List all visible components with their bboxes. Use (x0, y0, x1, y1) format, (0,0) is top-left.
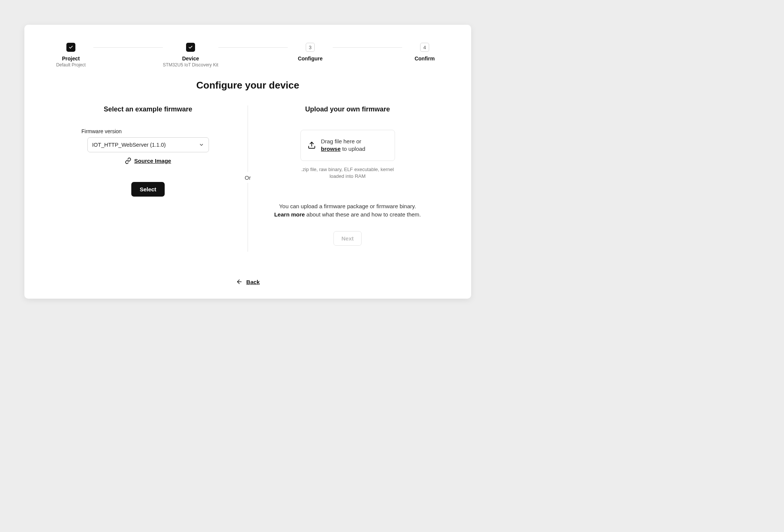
select-firmware-heading: Select an example firmware (104, 105, 192, 113)
step-connector (333, 47, 402, 48)
firmware-version-value: IOT_HTTP_WebServer (1.1.0) (92, 142, 166, 148)
upload-description: You can upload a firmware package or fir… (271, 202, 424, 219)
source-image-link[interactable]: Source Image (125, 158, 171, 164)
step-connector (218, 47, 288, 48)
dropzone-text: Drag file here or browse to upload (321, 138, 365, 153)
step-label: Configure (298, 56, 323, 62)
step-number: 3 (306, 43, 315, 52)
upload-dropzone[interactable]: Drag file here or browse to upload (300, 130, 395, 161)
upload-firmware-column: Upload your own firmware Drag file here … (248, 105, 447, 252)
upload-hint: .zip file, raw binary, ELF executable, k… (299, 166, 397, 180)
select-firmware-column: Select an example firmware Firmware vers… (48, 105, 248, 252)
stepper: Project Default Project Device STM32U5 I… (48, 43, 447, 68)
step-device[interactable]: Device STM32U5 IoT Discovery Kit (163, 43, 218, 68)
step-confirm[interactable]: 4 Confirm (402, 43, 447, 62)
step-label: Confirm (415, 56, 435, 62)
upload-firmware-heading: Upload your own firmware (305, 105, 390, 113)
firmware-version-label: Firmware version (81, 128, 122, 134)
back-button[interactable]: Back (236, 278, 260, 285)
arrow-left-icon (236, 278, 243, 285)
link-icon (125, 158, 131, 164)
step-configure[interactable]: 3 Configure (288, 43, 333, 62)
chevron-down-icon (199, 142, 204, 147)
upload-icon (308, 141, 316, 149)
step-sublabel: Default Project (56, 62, 86, 68)
learn-more-link[interactable]: Learn more (274, 211, 305, 218)
step-project[interactable]: Project Default Project (48, 43, 93, 68)
page-title: Configure your device (48, 80, 447, 91)
step-label: Device (182, 56, 199, 62)
step-number: 4 (420, 43, 429, 52)
columns: Select an example firmware Firmware vers… (48, 105, 447, 252)
step-label: Project (62, 56, 80, 62)
select-button[interactable]: Select (131, 182, 164, 197)
next-button[interactable]: Next (333, 231, 362, 246)
column-divider: Or (248, 105, 248, 252)
step-sublabel: STM32U5 IoT Discovery Kit (163, 62, 218, 68)
check-icon (186, 43, 195, 52)
step-connector (93, 47, 163, 48)
check-icon (66, 43, 75, 52)
wizard-card: Project Default Project Device STM32U5 I… (24, 25, 471, 299)
or-label: Or (243, 172, 252, 183)
back-label: Back (246, 279, 260, 285)
source-image-text: Source Image (134, 158, 171, 164)
firmware-version-select[interactable]: IOT_HTTP_WebServer (1.1.0) (87, 137, 209, 152)
browse-link[interactable]: browse (321, 146, 341, 152)
